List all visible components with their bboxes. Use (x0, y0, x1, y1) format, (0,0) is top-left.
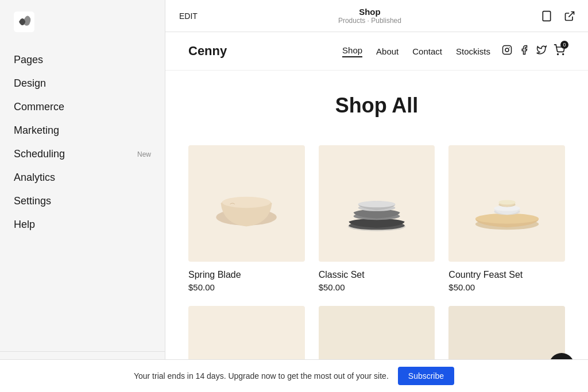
product-image-1 (188, 145, 305, 262)
svg-line-3 (568, 11, 574, 17)
page-title: Shop (202, 7, 537, 17)
help-label: Help (14, 219, 35, 231)
site-nav-contact[interactable]: Contact (412, 46, 442, 56)
trial-banner: Your trial ends in 14 days. Upgrade now … (0, 359, 588, 392)
product-card-1[interactable]: Spring Blade $50.00 (188, 145, 305, 292)
subscribe-button[interactable]: Subscribe (398, 367, 454, 385)
bowl-illustration (200, 157, 293, 250)
product-grid: Spring Blade $50.00 (188, 145, 565, 392)
sidebar-item-design[interactable]: Design (0, 72, 165, 95)
preview-scroll[interactable]: Cenny Shop About Contact Stockists (165, 32, 588, 392)
product-card-3[interactable]: Country Feast Set $50.00 (448, 145, 565, 292)
tablet-icon (541, 10, 552, 22)
external-link-button[interactable] (560, 7, 579, 25)
site-nav-icons: 0 (502, 44, 565, 58)
cart-count: 0 (560, 41, 568, 49)
svg-rect-4 (503, 46, 512, 55)
sidebar-item-marketing[interactable]: Marketing (0, 119, 165, 142)
svg-point-6 (509, 47, 510, 48)
sidebar-item-help[interactable]: Help (0, 213, 165, 236)
product-card-2[interactable]: Classic Set $50.00 (319, 145, 435, 292)
page-status: Products · Published (202, 17, 537, 25)
svg-point-10 (222, 197, 270, 208)
shop-content: Shop All (165, 71, 588, 392)
top-bar: EDIT Shop Products · Published (165, 0, 588, 32)
trial-text: Your trial ends in 14 days. Upgrade now … (134, 371, 389, 381)
shop-heading: Shop All (188, 94, 565, 118)
svg-rect-1 (543, 11, 550, 21)
site-logo: Cenny (188, 44, 342, 59)
svg-point-5 (505, 48, 509, 52)
svg-point-17 (475, 214, 539, 224)
product-name-2: Classic Set (319, 270, 435, 280)
sidebar-logo (0, 0, 165, 44)
product-name-1: Spring Blade (188, 270, 305, 280)
preview-panel: Cenny Shop About Contact Stockists (165, 32, 588, 392)
scheduling-label: Scheduling (14, 148, 65, 160)
site-nav-links: Shop About Contact Stockists (342, 45, 490, 57)
product-price-3: $50.00 (448, 282, 565, 292)
settings-label: Settings (14, 195, 51, 207)
sidebar-item-settings[interactable]: Settings (0, 189, 165, 213)
svg-point-15 (358, 201, 396, 207)
sidebar-item-commerce[interactable]: Commerce (0, 95, 165, 119)
design-label: Design (14, 77, 46, 90)
cart-icon[interactable]: 0 (554, 44, 565, 58)
sidebar-item-analytics[interactable]: Analytics (0, 166, 165, 189)
site-navigation: Cenny Shop About Contact Stockists (165, 32, 588, 71)
facebook-icon[interactable] (519, 45, 529, 57)
sidebar: Pages Design Commerce Marketing Scheduli… (0, 0, 165, 392)
dish-illustration (461, 157, 554, 250)
pages-label: Pages (14, 54, 43, 66)
site-nav-about[interactable]: About (376, 46, 399, 56)
product-price-1: $50.00 (188, 282, 305, 292)
product-name-3: Country Feast Set (448, 270, 565, 280)
scheduling-new-badge: New (137, 150, 151, 158)
sidebar-item-scheduling[interactable]: Scheduling New (0, 142, 165, 166)
commerce-label: Commerce (14, 101, 64, 113)
product-price-2: $50.00 (319, 282, 435, 292)
twitter-icon[interactable] (536, 45, 547, 57)
squarespace-logo-icon (14, 11, 34, 32)
instagram-icon[interactable] (502, 45, 512, 57)
main-content: EDIT Shop Products · Published (165, 0, 588, 392)
analytics-label: Analytics (14, 172, 55, 184)
top-bar-actions (537, 7, 579, 25)
product-image-2 (319, 145, 435, 262)
svg-point-7 (558, 54, 559, 55)
svg-point-21 (498, 200, 515, 205)
svg-point-8 (563, 54, 564, 55)
top-bar-center: Shop Products · Published (202, 7, 537, 25)
external-link-icon (564, 10, 575, 22)
product-image-3 (448, 145, 565, 262)
marketing-label: Marketing (14, 125, 59, 137)
site-nav-shop[interactable]: Shop (342, 45, 362, 57)
edit-button[interactable]: EDIT (175, 9, 202, 23)
sidebar-item-pages[interactable]: Pages (0, 48, 165, 72)
plates-illustration (330, 157, 423, 250)
sidebar-navigation: Pages Design Commerce Marketing Scheduli… (0, 44, 165, 351)
tablet-view-button[interactable] (537, 7, 556, 25)
site-nav-stockists[interactable]: Stockists (456, 46, 490, 56)
